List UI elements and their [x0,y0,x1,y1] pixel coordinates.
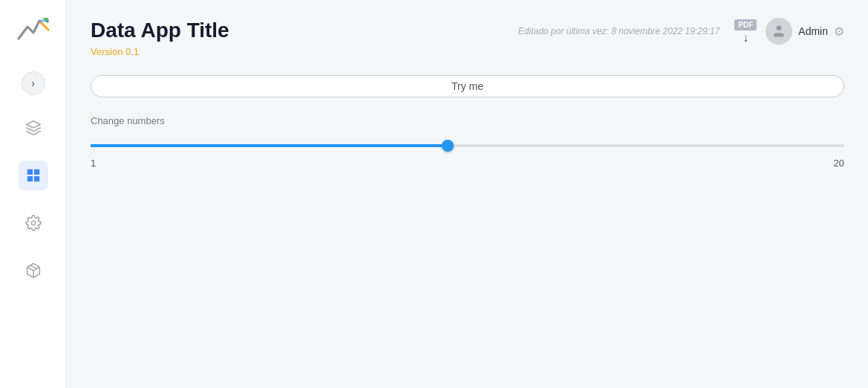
header-left: Data App Title Version 0.1 [91,18,229,57]
package-icon [25,262,42,279]
sidebar-item-package[interactable] [19,256,48,285]
app-version: Version 0.1 [91,46,229,57]
svg-rect-3 [33,169,39,175]
pdf-badge: PDF [734,19,757,30]
slider-min-label: 1 [91,158,96,169]
svg-rect-2 [27,169,32,175]
main-content: Data App Title Version 0.1 Editado por ú… [67,0,868,388]
change-numbers-slider[interactable] [91,144,844,147]
settings-icon[interactable]: ⚙ [834,25,844,39]
svg-rect-5 [33,176,39,181]
slider-max-label: 20 [834,158,844,169]
sidebar-logo [16,12,51,48]
sidebar-item-settings[interactable] [19,208,48,238]
svg-point-6 [31,221,36,225]
sidebar-item-dashboard[interactable] [19,161,48,190]
slider-range-labels: 1 20 [91,158,844,169]
slider-label: Change numbers [91,115,844,126]
svg-marker-1 [26,121,39,128]
try-me-button[interactable]: Try me [91,75,844,97]
user-info: Admin ⚙ [766,18,844,45]
header-right: Editado por última vez: 8 noviembre 2022… [518,18,844,45]
sidebar-item-layers[interactable] [19,113,48,143]
edit-info: Editado por última vez: 8 noviembre 2022… [518,26,720,36]
user-avatar-icon [771,24,786,39]
slider-section: Change numbers 1 20 [91,115,844,169]
dashboard-icon [25,167,42,184]
avatar [766,18,792,45]
slider-container [91,134,844,153]
svg-point-9 [777,26,782,31]
chevron-right-icon: › [31,77,35,89]
user-name: Admin [798,25,828,37]
header: Data App Title Version 0.1 Editado por ú… [91,18,844,57]
svg-rect-4 [27,176,32,181]
app-title: Data App Title [91,18,229,43]
download-icon: ↓ [743,32,748,44]
sidebar: › [0,0,67,388]
gear-icon [25,215,42,231]
layers-icon [25,120,42,136]
pdf-download-button[interactable]: PDF ↓ [734,19,757,44]
svg-line-7 [30,265,36,269]
sidebar-collapse-button[interactable]: › [22,71,45,95]
